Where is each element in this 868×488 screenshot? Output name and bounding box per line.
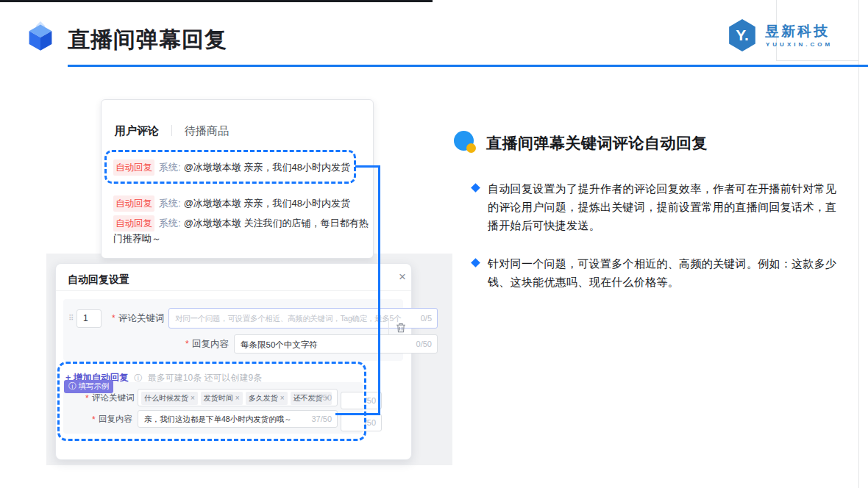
rule-index-box[interactable]: 1 bbox=[77, 309, 102, 328]
brand-logo: Y. 昱新科技 YUUXIN.COM bbox=[727, 18, 853, 56]
info-heading: 直播间弹幕关键词评论自动回复 bbox=[486, 133, 708, 154]
reply-label: 回复内容 bbox=[192, 338, 229, 351]
page-right-border bbox=[858, 0, 859, 488]
page-title: 直播间弹幕回复 bbox=[68, 25, 227, 55]
tab-user-comments[interactable]: 用户评论 bbox=[115, 124, 159, 138]
comments-card: 用户评论 待播商品 自动回复系统:@冰墩墩本墩 亲亲，我们48小时内发货 自动回… bbox=[101, 99, 374, 259]
top-edge-line bbox=[0, 0, 433, 2]
highlight-dashed-box bbox=[104, 150, 356, 184]
reply-value: 每条限50个中文字符 bbox=[241, 340, 318, 351]
example-dashed-box bbox=[57, 362, 366, 441]
modal-title: 自动回复设置 bbox=[68, 273, 129, 287]
cube-logo-icon bbox=[24, 21, 57, 53]
chat-bubble-icon bbox=[454, 131, 476, 153]
message-sender: 系统: bbox=[159, 218, 181, 229]
brand-domain: YUUXIN.COM bbox=[766, 41, 833, 48]
delete-icon[interactable] bbox=[395, 322, 407, 334]
tab-divider bbox=[171, 125, 172, 136]
reply-input[interactable]: 每条限50个中文字符 0/50 bbox=[234, 334, 438, 354]
diamond-bullet-icon bbox=[471, 258, 480, 268]
keyword-placeholder: 对同一个问题，可设置多个相近、高频的关键词，Tag确定，最多5个 bbox=[175, 314, 401, 324]
keyword-label: 评论关键词 bbox=[118, 312, 165, 325]
chat-message: 自动回复系统:@冰墩墩本墩 亲亲，我们48小时内发货 bbox=[113, 195, 369, 212]
connector-line-bottom bbox=[335, 413, 380, 415]
close-icon[interactable]: × bbox=[399, 270, 406, 284]
page: 直播间弹幕回复 Y. 昱新科技 YUUXIN.COM 用户评论 待播商品 自动回… bbox=[0, 0, 868, 488]
title-underline bbox=[68, 65, 868, 67]
logo-cell-bottom-border bbox=[776, 60, 858, 61]
brand-hexagon-icon: Y. bbox=[727, 18, 758, 53]
drag-handle-icon[interactable]: ⠿ bbox=[68, 314, 73, 322]
connector-line-top bbox=[355, 165, 380, 168]
auto-reply-badge: 自动回复 bbox=[113, 195, 154, 212]
info-bullet: 针对同一个问题，可设置多个相近的、高频的关键词。例如：这款多少钱、这块能优惠吗、… bbox=[488, 254, 842, 291]
required-mark: * bbox=[112, 313, 115, 323]
tab-pending-products[interactable]: 待播商品 bbox=[185, 124, 229, 138]
brand-monogram: Y. bbox=[736, 26, 749, 43]
reply-counter: 0/50 bbox=[414, 340, 432, 348]
keyword-counter: 0/5 bbox=[419, 314, 432, 323]
connector-line-vertical bbox=[378, 165, 380, 415]
modal-header-divider bbox=[56, 290, 411, 291]
info-bullet: 自动回复设置为了提升作者的评论回复效率，作者可在开播前针对常见的评论用户问题，提… bbox=[488, 179, 842, 234]
brand-name: 昱新科技 bbox=[765, 22, 830, 41]
required-mark: * bbox=[185, 339, 189, 349]
auto-reply-badge: 自动回复 bbox=[113, 215, 154, 232]
action-divider bbox=[388, 319, 389, 335]
message-sender: 系统: bbox=[159, 198, 181, 209]
diamond-bullet-icon bbox=[471, 183, 480, 193]
chat-message: 自动回复系统:@冰墩墩本墩 关注我们的店铺，每日都有热门推荐呦～ bbox=[113, 215, 369, 246]
message-text: @冰墩墩本墩 亲亲，我们48小时内发货 bbox=[184, 198, 350, 209]
